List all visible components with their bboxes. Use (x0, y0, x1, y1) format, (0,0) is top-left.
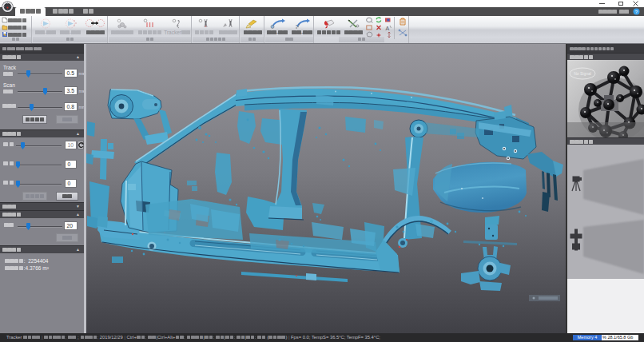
svg-text:No Signal: No Signal (574, 71, 591, 76)
svg-text:A: A (386, 26, 390, 31)
